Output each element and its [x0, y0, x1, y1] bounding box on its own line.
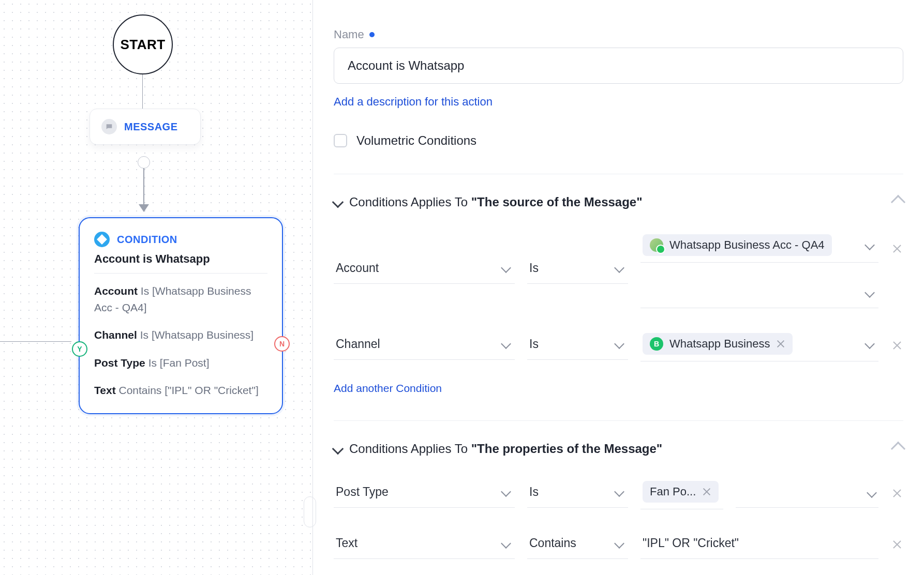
condition-summary-line: Account Is [Whatsapp Business Acc - QA4]	[94, 283, 267, 315]
chevron-down-icon	[614, 487, 624, 497]
condition-row: Post Type Is Fan Po...	[334, 471, 903, 516]
value-chip: Whatsapp Business Acc - QA4	[643, 234, 832, 256]
value-select[interactable]: Fan Po...	[640, 477, 723, 509]
value-chip: Whatsapp Business	[643, 333, 793, 355]
add-description-link[interactable]: Add a description for this action	[334, 95, 493, 109]
operator-select[interactable]: Is	[527, 479, 628, 508]
value-select-empty[interactable]	[640, 279, 878, 308]
message-trigger-node[interactable]: MESSAGE	[90, 109, 201, 145]
conditions-section-source: Conditions Applies To "The source of the…	[334, 195, 903, 395]
chevron-down-icon	[501, 263, 511, 273]
operator-select[interactable]: Contains	[527, 530, 628, 559]
app-root: START MESSAGE CONDITION Account is Whats…	[0, 0, 924, 575]
start-node[interactable]: START	[113, 14, 173, 74]
section-title-bold: "The properties of the Message"	[471, 442, 663, 456]
section-title-prefix: Conditions Applies To	[349, 195, 471, 209]
chevron-down-icon	[614, 538, 624, 549]
chevron-down-icon	[501, 538, 511, 549]
remove-row-button[interactable]	[891, 339, 903, 352]
operator-select[interactable]: Is	[527, 331, 628, 360]
edge-message-to-condition	[143, 168, 144, 205]
config-panel: Name Add a description for this action V…	[313, 0, 924, 575]
divider	[334, 420, 903, 421]
divider	[334, 174, 903, 174]
chip-remove-button[interactable]	[776, 339, 785, 349]
condition-row: Channel Is Whatsapp Business	[334, 323, 903, 368]
no-port-badge[interactable]: N	[274, 336, 290, 352]
value-chip: Fan Po...	[643, 481, 719, 503]
condition-type-label: CONDITION	[117, 234, 177, 246]
panel-resize-handle[interactable]	[304, 496, 316, 527]
workflow-canvas[interactable]: START MESSAGE CONDITION Account is Whats…	[0, 0, 313, 575]
chevron-down-icon	[614, 263, 624, 273]
section-header[interactable]: Conditions Applies To "The properties of…	[334, 442, 903, 456]
condition-summary-line: Text Contains ["IPL" OR "Cricket"]	[94, 382, 267, 399]
field-select[interactable]: Channel	[334, 331, 515, 360]
chip-text: Fan Po...	[650, 485, 696, 498]
chip-text: Whatsapp Business	[669, 337, 770, 351]
volumetric-checkbox[interactable]	[334, 134, 347, 147]
section-header[interactable]: Conditions Applies To "The source of the…	[334, 195, 903, 209]
volumetric-label: Volumetric Conditions	[356, 133, 476, 148]
connector-dot[interactable]	[138, 156, 150, 169]
chevron-down-icon	[865, 240, 875, 250]
chevron-down-icon	[332, 196, 344, 208]
value-text: "IPL" OR "Cricket"	[643, 536, 739, 550]
whatsapp-icon	[650, 337, 663, 351]
condition-node-title: Account is Whatsapp	[94, 252, 267, 266]
condition-row: Account Is Whatsapp Business Acc - QA4	[334, 224, 903, 314]
chevron-down-icon	[501, 487, 511, 497]
condition-summary-line: Post Type Is [Fan Post]	[94, 355, 267, 371]
add-condition-link[interactable]: Add another Condition	[334, 382, 442, 395]
value-input[interactable]: "IPL" OR "Cricket"	[640, 530, 878, 559]
field-select[interactable]: Account	[334, 255, 515, 284]
name-field-label: Name	[334, 28, 903, 41]
account-avatar-icon	[650, 238, 663, 252]
chevron-down-icon	[865, 339, 875, 349]
section-title-bold: "The source of the Message"	[471, 195, 643, 209]
required-indicator-icon	[369, 32, 375, 37]
divider	[94, 273, 267, 274]
chevron-down-icon	[501, 339, 511, 349]
chevron-up-icon[interactable]	[891, 442, 905, 456]
value-select[interactable]: Whatsapp Business Acc - QA4	[640, 230, 878, 263]
remove-row-button[interactable]	[891, 487, 903, 500]
chevron-down-icon	[867, 488, 877, 498]
condition-row: Text Contains "IPL" OR "Cricket"	[334, 524, 903, 565]
name-input[interactable]	[334, 48, 903, 84]
chip-text: Whatsapp Business Acc - QA4	[669, 238, 825, 252]
chevron-up-icon[interactable]	[891, 195, 905, 209]
value-select-extra[interactable]	[736, 479, 878, 508]
message-icon	[101, 119, 117, 134]
chevron-down-icon	[865, 288, 875, 298]
remove-row-button[interactable]	[891, 538, 903, 551]
condition-icon	[94, 232, 110, 247]
value-select[interactable]: Whatsapp Business	[640, 329, 878, 361]
field-select[interactable]: Post Type	[334, 479, 515, 508]
arrowhead-icon	[139, 204, 149, 212]
conditions-section-properties: Conditions Applies To "The properties of…	[334, 442, 903, 565]
section-title-prefix: Conditions Applies To	[349, 442, 471, 456]
condition-summary-line: Channel Is [Whatsapp Business]	[94, 327, 267, 343]
start-label: START	[120, 37, 165, 53]
edge-start-to-message	[141, 74, 143, 111]
chevron-down-icon	[332, 443, 344, 455]
field-select[interactable]: Text	[334, 530, 515, 559]
yes-port-badge[interactable]: Y	[72, 341, 87, 357]
operator-select[interactable]: Is	[527, 255, 628, 284]
remove-row-button[interactable]	[891, 243, 903, 255]
chevron-down-icon	[614, 339, 624, 349]
message-node-label: MESSAGE	[124, 121, 178, 133]
condition-node[interactable]: CONDITION Account is Whatsapp Account Is…	[79, 217, 283, 414]
edge-yes-out	[0, 341, 71, 342]
chip-remove-button[interactable]	[702, 487, 711, 496]
